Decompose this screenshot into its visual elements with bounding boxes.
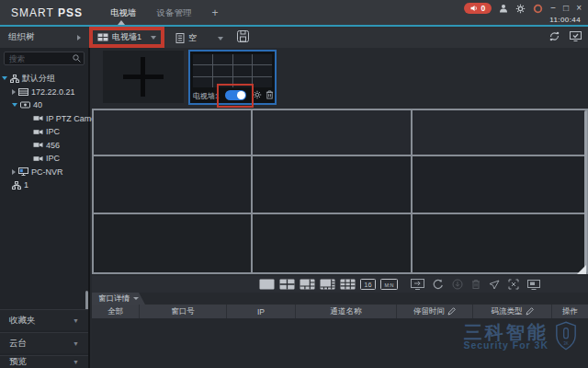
close-button[interactable]: × (576, 4, 582, 13)
wall-screen-cell[interactable] (94, 214, 251, 272)
split-9-button[interactable] (340, 279, 356, 290)
expand-right-icon[interactable] (12, 169, 16, 175)
chevron-down-icon (133, 297, 139, 300)
output-to-screen-icon[interactable] (411, 279, 424, 290)
fullscreen-expand-icon[interactable] (508, 279, 519, 290)
split-16-label: 16 (364, 281, 371, 289)
scheme-selector-dropdown[interactable]: 空 (171, 29, 228, 47)
column-header-channel-name[interactable]: 通道名称 (296, 305, 397, 318)
channel-camera-icon (33, 115, 43, 121)
column-header-operation[interactable]: 操作 (552, 305, 588, 318)
action-buttons (411, 279, 540, 290)
clock-display: 11:00:44 (549, 16, 581, 24)
apply-icon[interactable] (452, 279, 463, 290)
expand-down-icon[interactable] (2, 76, 7, 80)
sync-icon[interactable] (548, 31, 560, 41)
column-header-ip[interactable]: IP (227, 305, 296, 318)
panel-label: 预览 (9, 356, 27, 368)
title-bar: SMART PSS 电视墙 设备管理 + 0 − □ × 11:00:44 (0, 0, 588, 27)
edit-pencil-icon[interactable] (447, 307, 456, 316)
refresh-icon[interactable] (433, 279, 444, 290)
window-details-strip: 窗口详情 (92, 293, 588, 305)
search-input[interactable] (4, 52, 85, 65)
wall-selector-dropdown[interactable]: 电视墙1 (91, 29, 163, 46)
column-header-all[interactable]: 全部 (92, 305, 140, 318)
status-ring-icon[interactable] (533, 4, 543, 14)
watermark: 三科智能 Security For 3K 3K (463, 321, 577, 351)
panel-label: 收藏夹 (9, 315, 36, 327)
wall-screen-cell[interactable] (413, 214, 586, 272)
split-6-button[interactable] (300, 279, 315, 290)
gear-icon[interactable] (515, 4, 526, 14)
expand-down-icon[interactable] (12, 103, 17, 107)
wall-delete-trash-icon[interactable] (266, 90, 274, 99)
tree-item-default-group[interactable]: 默认分组 (0, 72, 88, 86)
tree-item-device-ip[interactable]: 172.22.0.21 (0, 86, 88, 99)
watermark-text: 三科智能 Security For 3K (463, 322, 548, 351)
tab-tv-wall[interactable]: 电视墙 (110, 7, 137, 19)
user-icon[interactable] (499, 4, 508, 13)
wall-screen-cell[interactable] (413, 156, 586, 213)
edit-pencil-icon[interactable] (526, 307, 534, 316)
chevron-down-icon: ▼ (73, 359, 79, 365)
save-scheme-button[interactable] (237, 30, 249, 42)
grid-toolbar: 16 M:N (92, 276, 588, 293)
column-header-stream-type[interactable]: 码流类型 (473, 305, 552, 318)
tab-device-manager[interactable]: 设备管理 (157, 7, 192, 19)
wall-toolbar: 组织树 电视墙1 空 (0, 27, 588, 48)
table-header: 全部 窗口号 IP 通道名称 停留时间 码流类型 操作 (92, 305, 588, 318)
minimize-button[interactable]: − (550, 4, 556, 13)
tree-item-channel-456[interactable]: 456 (0, 139, 88, 153)
tree-item-channel-ipc-1[interactable]: IPC (0, 125, 88, 139)
split-mn-label: M:N (384, 282, 393, 288)
screen-check-icon[interactable] (570, 31, 582, 41)
split-16-button[interactable]: 16 (360, 279, 376, 290)
split-1-button[interactable] (259, 279, 275, 290)
column-label: 码流类型 (492, 306, 523, 317)
expand-right-icon[interactable] (12, 89, 16, 95)
column-header-window-no[interactable]: 窗口号 (140, 305, 227, 318)
table-body-empty: 三科智能 Security For 3K 3K (92, 318, 588, 368)
split-8-button[interactable] (320, 279, 335, 290)
wall-screen-cell[interactable] (94, 110, 251, 155)
alarm-notification-badge[interactable]: 0 (464, 3, 492, 14)
panel-ptz[interactable]: 云台 ▼ (0, 332, 88, 353)
wall-thumbnail-label: 电视墙1 (193, 91, 219, 101)
wall-screen-cell[interactable] (253, 110, 411, 155)
column-header-stay-time[interactable]: 停留时间 (397, 305, 473, 318)
tree-item-channel-ipc-2[interactable]: IPC (0, 152, 88, 166)
tree-label: 172.22.0.21 (31, 87, 75, 97)
wall-selector-value: 电视墙1 (112, 31, 141, 43)
main-tabs: 电视墙 设备管理 + (110, 7, 219, 19)
wall-screen-cell[interactable] (253, 214, 411, 272)
chevron-down-icon: ▼ (73, 317, 79, 324)
panel-favorites[interactable]: 收藏夹 ▼ (0, 309, 88, 330)
speaker-icon (470, 5, 478, 12)
add-wall-tile[interactable] (103, 51, 184, 103)
maximize-button[interactable]: □ (563, 4, 569, 13)
window-details-tab[interactable]: 窗口详情 (92, 293, 145, 305)
wall-screen-cell[interactable] (253, 156, 411, 213)
wall-enable-toggle[interactable] (225, 90, 246, 100)
app-logo: SMART PSS (11, 6, 83, 19)
panel-preview[interactable]: 预览 ▼ (0, 355, 88, 368)
wall-screen-cell[interactable] (94, 156, 251, 213)
delete-trash-icon[interactable] (471, 279, 481, 290)
send-plan-icon[interactable] (489, 280, 500, 290)
wall-settings-gear-icon[interactable] (253, 90, 262, 99)
tree-item-channel-ip-ptz[interactable]: IP PTZ Camera (0, 112, 88, 126)
org-tree-header[interactable]: 组织树 (0, 27, 90, 48)
wall-thumbnail-selected[interactable]: 电视墙1 (188, 50, 277, 105)
add-tab-button[interactable]: + (212, 9, 219, 17)
tree-item-device-40[interactable]: 40 (0, 98, 88, 112)
split-mn-button[interactable]: M:N (380, 279, 398, 290)
tree-item-pc-nvr[interactable]: PC-NVR (0, 166, 88, 179)
scheme-icon (175, 33, 185, 43)
tree-item-group-1[interactable]: 1 (0, 178, 88, 192)
monitor-icon[interactable] (527, 280, 540, 290)
toggle-knob (237, 91, 245, 99)
grid-scrollbar[interactable] (584, 110, 587, 272)
resize-handle[interactable] (577, 265, 586, 274)
wall-screen-cell[interactable] (413, 110, 586, 155)
split-4-button[interactable] (279, 279, 295, 290)
